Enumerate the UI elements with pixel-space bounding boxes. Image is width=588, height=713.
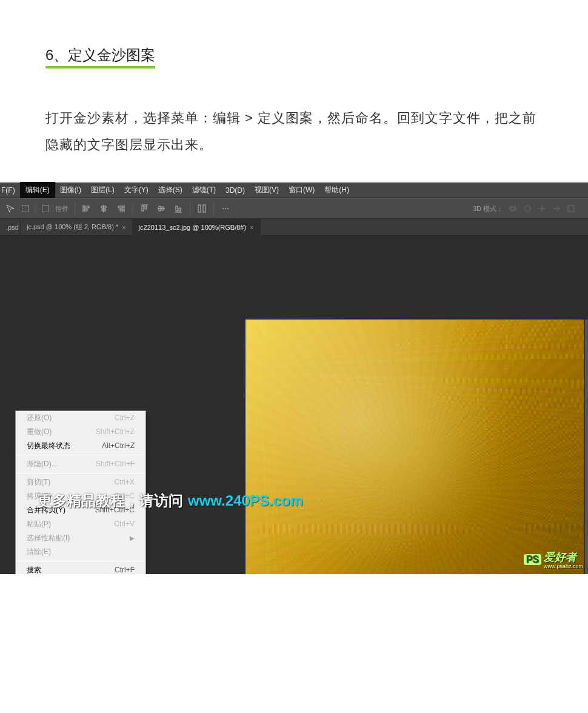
- align-right-icon[interactable]: [115, 203, 126, 214]
- watermark-name: 爱好者: [544, 551, 576, 563]
- menubar: F(F) 编辑(E) 图像(I) 图层(L) 文字(Y) 选择(S) 滤镜(T)…: [0, 182, 588, 198]
- svg-point-3: [510, 207, 516, 210]
- menu-help[interactable]: 帮助(H): [319, 182, 354, 198]
- svg-rect-5: [568, 206, 574, 212]
- tab-1[interactable]: jc.psd @ 100% (组 2, RGB/8) *×: [21, 219, 133, 236]
- ps-badge-icon: PS: [524, 554, 541, 565]
- gold-sand-image: [246, 320, 584, 574]
- menu-type[interactable]: 文字(Y): [119, 182, 153, 198]
- svg-point-4: [524, 206, 530, 212]
- site-watermark: PS 爱好者 www.psahz.com: [524, 550, 583, 569]
- watermark-url: www.psahz.com: [544, 563, 583, 569]
- align-hcenter-icon[interactable]: [98, 203, 109, 214]
- svg-point-2: [510, 206, 516, 212]
- 3d-mode-label: 3D 模式：: [473, 204, 503, 213]
- menu-select[interactable]: 选择(S): [153, 182, 187, 198]
- more-align-icon[interactable]: ⋯: [220, 203, 231, 214]
- close-icon[interactable]: ×: [122, 224, 125, 231]
- menu-clear[interactable]: 清除(E): [16, 545, 145, 559]
- tab-2-active[interactable]: jc220113_sc2.jpg @ 100%(RGB/8#)×: [133, 219, 261, 236]
- menu-window[interactable]: 窗口(W): [284, 182, 319, 198]
- align-vcenter-icon[interactable]: [156, 203, 167, 214]
- 3d-scale-icon[interactable]: [566, 204, 576, 213]
- step-title: 6、定义金沙图案: [45, 45, 155, 69]
- menu-fade[interactable]: 渐隐(D)...Shift+Ctrl+F: [16, 457, 145, 471]
- overlay-link: www.240PS.com: [188, 492, 303, 509]
- svg-rect-1: [203, 205, 205, 212]
- align-top-icon[interactable]: [139, 203, 150, 214]
- svg-rect-0: [198, 205, 201, 212]
- scrollbar-right[interactable]: [584, 320, 588, 574]
- menu-layer[interactable]: 图层(L): [86, 182, 119, 198]
- align-bottom-icon[interactable]: [173, 203, 184, 214]
- step-body: 打开金沙素材，选择菜单：编辑 > 定义图案，然后命名。回到文字文件，把之前隐藏的…: [45, 105, 543, 158]
- options-bar: 控件 ⋯ 3D 模式：: [0, 198, 588, 219]
- menu-cut[interactable]: 剪切(T)Ctrl+X: [16, 475, 145, 489]
- overlay-text: 更多精品教程，请访问: [38, 491, 183, 510]
- menu-undo[interactable]: 还原(O)Ctrl+Z: [16, 411, 145, 425]
- show-controls-checkbox[interactable]: [42, 205, 49, 212]
- tutorial-watermark: 更多精品教程，请访问 www.240PS.com: [38, 491, 303, 510]
- auto-select-checkbox[interactable]: [22, 205, 29, 212]
- document-tabs: .psd jc.psd @ 100% (组 2, RGB/8) *× jc220…: [0, 219, 588, 236]
- menu-edit[interactable]: 编辑(E): [20, 182, 55, 198]
- tab-0[interactable]: .psd: [0, 219, 21, 236]
- menu-toggle-last[interactable]: 切换最终状态Alt+Ctrl+Z: [16, 439, 145, 453]
- photoshop-screenshot: F(F) 编辑(E) 图像(I) 图层(L) 文字(Y) 选择(S) 滤镜(T)…: [0, 182, 588, 574]
- show-controls-label: 控件: [55, 204, 68, 213]
- menu-file-truncated[interactable]: F(F): [0, 184, 20, 197]
- menu-redo[interactable]: 重做(O)Shift+Ctrl+Z: [16, 425, 145, 439]
- move-tool-icon[interactable]: [5, 203, 16, 214]
- menu-view[interactable]: 视图(V): [250, 182, 284, 198]
- 3d-slide-icon[interactable]: [552, 204, 561, 213]
- distribute-icon[interactable]: [196, 203, 207, 214]
- menu-paste[interactable]: 粘贴(P)Ctrl+V: [16, 517, 145, 531]
- menu-image[interactable]: 图像(I): [55, 182, 86, 198]
- align-left-icon[interactable]: [81, 203, 92, 214]
- 3d-pan-icon[interactable]: [537, 204, 547, 213]
- menu-paste-special[interactable]: 选择性粘贴(I)▶: [16, 531, 145, 545]
- 3d-roll-icon[interactable]: [523, 204, 532, 213]
- 3d-orbit-icon[interactable]: [508, 204, 518, 213]
- close-icon[interactable]: ×: [250, 224, 253, 231]
- menu-3d[interactable]: 3D(D): [221, 184, 250, 197]
- menu-search[interactable]: 搜索Ctrl+F: [16, 563, 145, 574]
- menu-filter[interactable]: 滤镜(T): [187, 182, 221, 198]
